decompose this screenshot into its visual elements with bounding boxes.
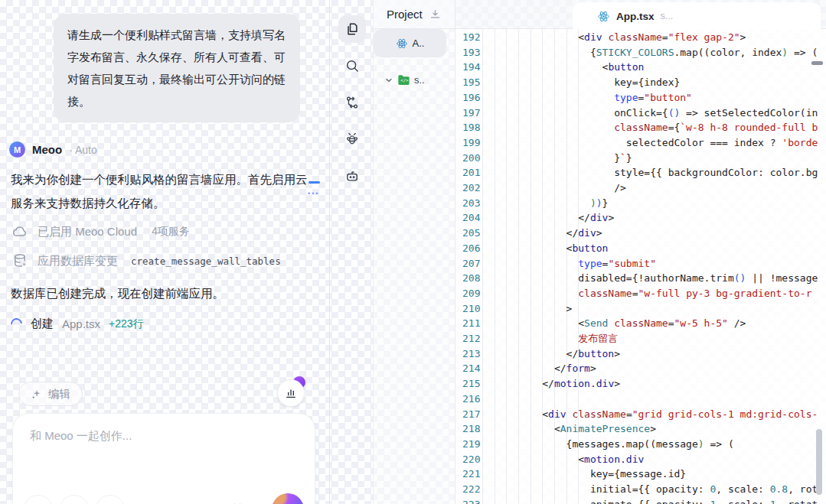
- plugins-button[interactable]: [96, 495, 125, 504]
- code-line[interactable]: 216: [455, 392, 826, 407]
- code-line[interactable]: 217 <div className="grid grid-cols-1 md:…: [455, 407, 826, 422]
- code-line[interactable]: 223 animate={{ opacity: 1, scale: 1, rot…: [455, 497, 826, 504]
- scroll-dots[interactable]: •••: [308, 190, 319, 197]
- db-status-row[interactable]: 应用数据库变更 create_message_wall_tables: [12, 253, 281, 268]
- file-tab-path: s...: [661, 11, 674, 21]
- code-line[interactable]: 192 <div className="flex gap-2">: [455, 30, 826, 45]
- scroll-position-indicator[interactable]: [309, 181, 320, 184]
- line-number: 198: [455, 120, 482, 135]
- agent-mode: · Auto: [69, 144, 97, 156]
- code-text: <button: [482, 60, 644, 75]
- code-line[interactable]: 214 </form>: [455, 361, 826, 376]
- code-line[interactable]: 201 style={{ backgroundColor: color.bg: [455, 165, 826, 180]
- code-editor[interactable]: 192 <div className="flex gap-2">193 {STI…: [455, 29, 826, 504]
- cloud-status-badge: 4项服务: [152, 225, 190, 239]
- code-line[interactable]: 219 {messages.map((message) => (: [455, 437, 826, 452]
- sidebar-item-search[interactable]: [338, 52, 366, 80]
- svg-text:</>: </>: [400, 78, 409, 83]
- download-icon[interactable]: [429, 8, 441, 20]
- code-line[interactable]: 198 className={`w-8 h-8 rounded-full b: [455, 120, 826, 135]
- code-line[interactable]: 195 key={index}: [455, 75, 826, 90]
- line-number: 196: [455, 90, 482, 106]
- code-line[interactable]: 199 selectedColor === index ? 'borde: [455, 135, 826, 151]
- line-number: 220: [455, 452, 482, 467]
- code-text: <Send className="w-5 h-5" />: [482, 316, 746, 331]
- tree-folder-src[interactable]: </> s..: [384, 74, 425, 86]
- code-text: key={message.id}: [482, 467, 686, 482]
- file-create-action[interactable]: 创建 App.tsx +223行: [11, 317, 144, 331]
- chart-button[interactable]: [277, 379, 305, 407]
- code-line[interactable]: 194 <button: [455, 60, 826, 75]
- sidebar-item-bot[interactable]: [338, 162, 366, 190]
- code-line[interactable]: 210 >: [455, 301, 826, 317]
- line-number: 205: [455, 226, 482, 241]
- agent-name: Meoo: [32, 143, 62, 156]
- code-line[interactable]: 207 type="submit": [455, 256, 826, 272]
- composer-input[interactable]: [13, 414, 315, 467]
- vertical-scrollbar-thumb[interactable]: [816, 429, 822, 495]
- code-text: initial={{ opacity: 0, scale: 0.8, rot: [482, 482, 818, 497]
- code-line[interactable]: 211 <Send className="w-5 h-5" />: [455, 316, 826, 331]
- tool-sidebar: [331, 0, 374, 504]
- code-line[interactable]: 213 </button>: [455, 346, 826, 362]
- shuffle-button[interactable]: [60, 495, 89, 504]
- sidebar-item-workflow[interactable]: [338, 89, 366, 116]
- code-line[interactable]: 212 发布留言: [455, 331, 826, 346]
- code-line[interactable]: 200 }`}: [455, 151, 826, 166]
- action-verb: 创建: [31, 317, 54, 331]
- assistant-message-1: 我来为你创建一个便利贴风格的留言墙应用。首先启用云服务来支持数据持久化存储。: [11, 167, 312, 215]
- code-text: style={{ backgroundColor: color.bg: [482, 165, 818, 180]
- code-line[interactable]: 204 </div>: [455, 210, 826, 226]
- git-branch-icon: [344, 95, 360, 110]
- sidebar-item-files[interactable]: [338, 15, 366, 43]
- files-icon: [344, 21, 360, 37]
- code-line[interactable]: 197 onClick={() => setSelectedColor(in: [455, 106, 826, 121]
- line-number: 208: [455, 271, 482, 286]
- chevron-down-icon: [384, 76, 393, 85]
- code-line[interactable]: 202 />: [455, 180, 826, 196]
- code-line[interactable]: 209 className="w-full py-3 bg-gradient-t…: [455, 286, 826, 301]
- code-text: <AnimatePresence>: [482, 421, 656, 437]
- code-line[interactable]: 222 initial={{ opacity: 0, scale: 0.8, r…: [455, 482, 826, 497]
- tab-project[interactable]: Project: [374, 0, 455, 29]
- line-number: 215: [455, 376, 482, 392]
- tree-file-app-tsx[interactable]: A..: [374, 29, 446, 57]
- code-text: selectedColor === index ? 'borde: [482, 135, 818, 151]
- app-window: 请生成一个便利贴样式留言墙，支持填写名字发布留言、永久保存、所有人可查看、可对留…: [0, 0, 826, 504]
- code-line[interactable]: 203 ))}: [455, 196, 826, 211]
- edit-button[interactable]: 编辑: [18, 382, 83, 406]
- agent-header: M Meoo · Auto: [9, 141, 97, 158]
- code-text: 发布留言: [482, 331, 618, 346]
- code-line[interactable]: 208 disabled={!authorName.trim() || !mes…: [455, 271, 826, 286]
- code-text: <button: [482, 241, 608, 256]
- code-line[interactable]: 218 <AnimatePresence>: [455, 421, 826, 437]
- code-text: className="w-full py-3 bg-gradient-to-r: [482, 286, 812, 301]
- line-number: 213: [455, 346, 482, 362]
- attach-button[interactable]: [24, 495, 53, 504]
- react-icon: [396, 37, 408, 50]
- code-line[interactable]: 206 <button: [455, 241, 826, 256]
- tab-app-tsx[interactable]: App.tsx s...: [573, 2, 821, 30]
- line-number: 200: [455, 151, 482, 166]
- line-number: 204: [455, 210, 482, 226]
- search-icon: [344, 58, 360, 73]
- line-number: 197: [455, 106, 482, 121]
- code-text: </div>: [482, 210, 614, 226]
- code-line[interactable]: 193 {STICKY_COLORS.map((color, index) =>…: [455, 45, 826, 60]
- cloud-status-row[interactable]: 已启用 Meoo Cloud 4项服务: [12, 224, 190, 239]
- sidebar-item-debug[interactable]: [338, 125, 366, 153]
- code-lines: 192 <div className="flex gap-2">193 {STI…: [455, 29, 826, 504]
- line-number: 194: [455, 60, 482, 75]
- code-line[interactable]: 205 </div>: [455, 226, 826, 241]
- sparkle-icon: [31, 389, 42, 400]
- stop-generating-button[interactable]: [272, 493, 304, 504]
- scrollbar-top-marker[interactable]: [811, 61, 823, 65]
- code-text: />: [482, 180, 626, 196]
- code-line[interactable]: 221 key={message.id}: [455, 467, 826, 482]
- line-number: 219: [455, 437, 482, 452]
- code-line[interactable]: 215 </motion.div>: [455, 376, 826, 392]
- code-line[interactable]: 196 type="button": [455, 90, 826, 106]
- code-line[interactable]: 220 <motion.div: [455, 452, 826, 467]
- code-text: {STICKY_COLORS.map((color, index) => (: [482, 45, 818, 60]
- line-number: 218: [455, 421, 482, 437]
